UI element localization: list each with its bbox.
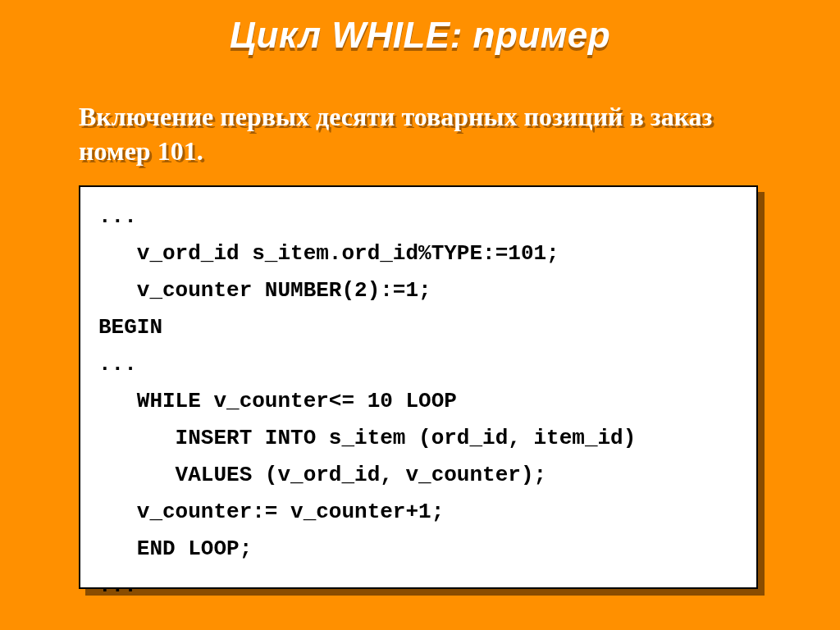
code-box: ... v_ord_id s_item.ord_id%TYPE:=101; v_… (79, 185, 758, 589)
code-text: ... v_ord_id s_item.ord_id%TYPE:=101; v_… (98, 199, 738, 605)
slide-title: Цикл WHILE: пример Цикл WHILE: пример (0, 15, 840, 56)
title-text: Цикл WHILE: пример (0, 15, 840, 56)
slide: Цикл WHILE: пример Цикл WHILE: пример Вк… (0, 0, 840, 630)
code-block: ... v_ord_id s_item.ord_id%TYPE:=101; v_… (79, 185, 758, 589)
subtitle-text: Включение первых десяти товарных позиций… (79, 100, 768, 168)
slide-subtitle: Включение первых десяти товарных позиций… (79, 100, 768, 168)
